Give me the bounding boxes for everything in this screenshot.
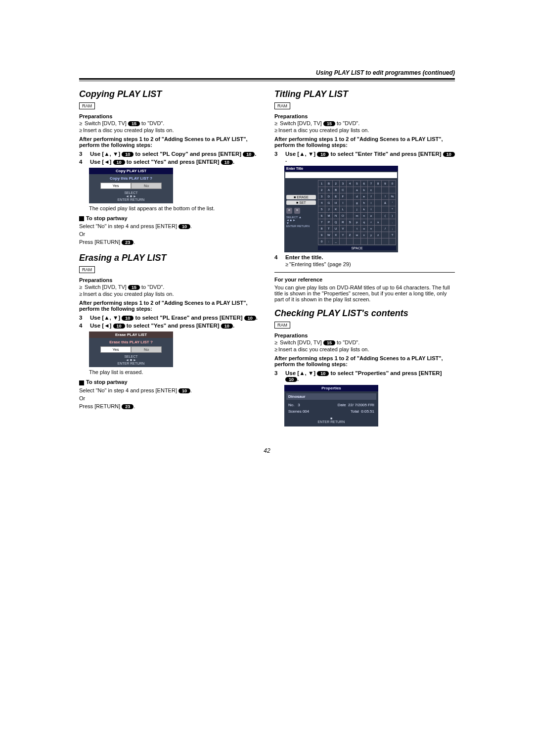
prep-switch-copying: Switch [DVD, TV] 15 to "DVD".	[79, 120, 260, 126]
checking-step-3: 3 Use [▲, ▼] 10 to select "Properties" a…	[274, 370, 455, 382]
erase-no-button[interactable]: No	[131, 346, 162, 353]
key-10: 10	[244, 316, 256, 321]
key-15: 15	[128, 285, 140, 290]
prep-switch-checking: Switch [DVD, TV] 15 to "DVD".	[274, 339, 455, 345]
copy-dialog-title: Copy PLAY LIST	[89, 168, 173, 174]
copy-dialog-foot: SELECT◄ ■ ►ENTER RETURN	[91, 191, 171, 201]
key-10: 10	[122, 152, 134, 157]
key-23: 23	[122, 240, 134, 245]
prep-insert-checking: Insert a disc you created play lists on.	[274, 346, 455, 352]
ram-badge-titling: RAM	[274, 102, 290, 109]
erase-dialog-title: Erase PLAY LIST	[89, 331, 173, 338]
properties-panel: Properties Dinosaur No. 3 Date 22/ 7/200…	[284, 385, 378, 426]
key-23: 23	[122, 404, 134, 409]
space-bar[interactable]: SPACE	[318, 246, 396, 250]
copying-step-4: 4 Use [◄] 10 to select "Yes" and press […	[79, 159, 260, 165]
enter-title-panel: Enter Title ■ ERASE ■ SET « » SELECT ▲◄ …	[284, 166, 398, 252]
key-10: 10	[178, 388, 190, 393]
ram-badge-copying: RAM	[79, 102, 95, 109]
key-10: 10	[113, 324, 125, 329]
erase-stop-or: Or	[79, 395, 260, 401]
key-10: 10	[285, 377, 297, 382]
ref-heading: For your reference	[274, 277, 455, 283]
preparations-checking: Preparations	[274, 332, 455, 338]
page-left-icon[interactable]: «	[286, 208, 292, 214]
key-10: 10	[221, 160, 233, 165]
properties-name: Dinosaur	[286, 393, 376, 400]
copy-stop-line1: Select "No" in step 4 and press [ENTER] …	[79, 223, 260, 229]
enter-title-erase[interactable]: ■ ERASE	[286, 195, 316, 199]
after-steps-copying: After performing steps 1 to 2 of "Adding…	[79, 136, 260, 148]
enter-title-textfield[interactable]	[285, 172, 397, 178]
erase-dialog-foot: SELECT◄ ■ ►ENTER RETURN	[91, 355, 171, 365]
copy-yes-button[interactable]: Yes	[100, 183, 131, 189]
erase-stop-line2: Press [RETURN] 23.	[79, 403, 260, 409]
page-number: 42	[79, 447, 455, 454]
divider-titling	[274, 272, 455, 273]
copying-title: Copying PLAY LIST	[79, 89, 260, 99]
erase-result: The play list is erased.	[89, 369, 260, 375]
ram-badge-erasing: RAM	[79, 266, 95, 273]
character-grid[interactable]: 1B2345678902ABCabc3DEFdef!%4GHIghi&'5JKL…	[318, 180, 396, 245]
titling-step-4: 4 Enter the title. "Entering titles" (pa…	[274, 254, 455, 268]
copying-step-3: 3 Use [▲, ▼] 10 to select "PL Copy" and …	[79, 151, 260, 157]
copy-stop-or: Or	[79, 231, 260, 237]
erasing-step-3: 3 Use [▲, ▼] 10 to select "PL Erase" and…	[79, 315, 260, 321]
copy-no-button[interactable]: No	[131, 183, 162, 189]
checking-title: Checking PLAY LIST's contents	[274, 308, 455, 319]
preparations-erasing: Preparations	[79, 277, 260, 283]
erasing-title: Erasing a PLAY LIST	[79, 253, 260, 263]
key-10: 10	[113, 160, 125, 165]
key-10: 10	[443, 152, 455, 157]
properties-foot: ■ENTER RETURN	[284, 415, 378, 426]
header-rule-thin	[79, 81, 455, 81]
left-column: Copying PLAY LIST RAM Preparations Switc…	[79, 86, 260, 427]
prep-insert-titling: Insert a disc you created play lists on.	[274, 127, 455, 133]
titling-title: Titling PLAY LIST	[274, 89, 455, 99]
prep-insert-erasing: Insert a disc you created play lists on.	[79, 291, 260, 297]
after-steps-checking: After performing steps 1 to 2 of "Adding…	[274, 355, 455, 367]
erase-dialog: Erase PLAY LIST Erase this PLAY LIST ? Y…	[89, 331, 173, 367]
key-15: 15	[323, 340, 335, 345]
key-10: 10	[317, 371, 329, 376]
erase-yes-button[interactable]: Yes	[100, 346, 131, 353]
enter-title-set[interactable]: ■ SET	[286, 200, 316, 205]
header-continued: Using PLAY LIST to edit programmes (cont…	[79, 69, 455, 76]
key-10: 10	[122, 316, 134, 321]
copy-stop-line2: Press [RETURN] 23.	[79, 239, 260, 245]
key-15: 15	[323, 121, 335, 126]
prep-insert-copying: Insert a disc you created play lists on.	[79, 127, 260, 133]
erase-stop-heading: To stop partway	[79, 379, 260, 385]
erase-stop-line1: Select "No" in step 4 and press [ENTER] …	[79, 387, 260, 393]
key-15: 15	[128, 121, 140, 126]
erase-dialog-question: Erase this PLAY LIST ?	[91, 340, 171, 344]
right-column: Titling PLAY LIST RAM Preparations Switc…	[274, 86, 455, 427]
key-10: 10	[243, 152, 255, 157]
copy-dialog-question: Copy this PLAY LIST ?	[91, 176, 171, 181]
after-steps-erasing: After performing steps 1 to 2 of "Adding…	[79, 300, 260, 312]
key-10: 10	[178, 224, 190, 229]
enter-title-bar: Enter Title	[284, 166, 398, 171]
prep-switch-titling: Switch [DVD, TV] 15 to "DVD".	[274, 120, 455, 126]
copy-dialog: Copy PLAY LIST Copy this PLAY LIST ? Yes…	[89, 168, 173, 203]
header-rule-heavy	[79, 78, 455, 80]
key-10: 10	[221, 324, 233, 329]
titling-step4-note: "Entering titles" (page 29)	[285, 261, 455, 267]
preparations-titling: Preparations	[274, 113, 455, 119]
prep-switch-erasing: Switch [DVD, TV] 15 to "DVD".	[79, 284, 260, 290]
page-right-icon[interactable]: »	[294, 208, 300, 214]
properties-title: Properties	[284, 385, 378, 391]
copy-result: The copied play list appears at the bott…	[89, 205, 260, 211]
after-steps-titling: After performing steps 1 to 2 of "Adding…	[274, 136, 455, 148]
titling-step-3: 3 Use [▲, ▼] 10 to select "Enter Title" …	[274, 151, 455, 163]
ram-badge-checking: RAM	[274, 322, 290, 329]
copy-stop-heading: To stop partway	[79, 215, 260, 221]
preparations-copying: Preparations	[79, 113, 260, 119]
select-pad: SELECT ▲◄ ■ ►▼ENTER RETURN	[286, 216, 316, 228]
erasing-step-4: 4 Use [◄] 10 to select "Yes" and press […	[79, 323, 260, 329]
key-10: 10	[317, 152, 329, 157]
ref-body: You can give play lists on DVD-RAM title…	[274, 284, 455, 302]
